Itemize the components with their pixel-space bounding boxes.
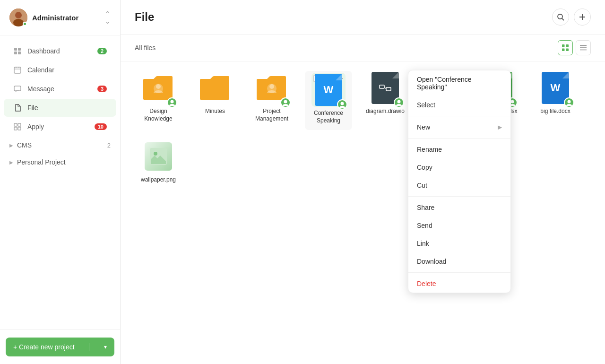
file-item[interactable]: wallpaper.png (135, 139, 182, 184)
apply-label: Apply (27, 123, 89, 130)
list-view-button[interactable] (576, 40, 591, 55)
header-actions (552, 9, 591, 26)
sidebar-item-dashboard[interactable]: Dashboard 2 (4, 42, 116, 60)
file-icon (368, 71, 402, 105)
ctx-cut-label: Cut (417, 182, 427, 189)
file-name: Design Knowledge (137, 108, 180, 122)
ctx-send[interactable]: Send (408, 217, 510, 234)
svg-rect-12 (14, 123, 17, 126)
cms-count: 2 (107, 142, 111, 149)
calendar-label: Calendar (27, 66, 107, 74)
svg-rect-35 (386, 87, 391, 91)
file-icon: W (538, 71, 572, 105)
main-content: File All files (121, 0, 605, 364)
file-owner-avatar (394, 97, 404, 108)
ctx-delete[interactable]: Delete (408, 275, 510, 293)
svg-point-2 (13, 19, 24, 26)
personal-project-label: Personal Project (17, 158, 66, 166)
file-icon (13, 104, 22, 112)
file-item[interactable]: W big file.docx (532, 71, 579, 130)
svg-rect-3 (14, 48, 17, 51)
create-btn-arrow-icon: ▾ (104, 344, 107, 350)
svg-rect-13 (18, 123, 21, 126)
ctx-select-label: Select (417, 101, 435, 109)
ctx-copy[interactable]: Copy (408, 158, 510, 176)
user-menu-toggle-icon[interactable]: ⌃⌄ (105, 10, 111, 25)
svg-point-31 (269, 84, 274, 89)
search-icon (557, 13, 564, 21)
file-item[interactable]: Project Management (248, 71, 295, 130)
ctx-new[interactable]: New ▶ (408, 118, 510, 136)
ctx-open[interactable]: Open "Conference Speaking" (408, 70, 510, 96)
calendar-icon (13, 66, 22, 74)
svg-rect-20 (562, 44, 565, 47)
cms-section-header[interactable]: ▶ CMS 2 (4, 138, 116, 153)
search-button[interactable] (552, 9, 569, 26)
file-item[interactable]: diagram.drawio (362, 71, 409, 130)
sidebar-nav: Dashboard 2 Calendar Message 3 File (0, 35, 120, 329)
breadcrumb-bar: All files (121, 35, 605, 61)
cms-expand-icon: ▶ (9, 143, 13, 148)
folder-icon (200, 75, 230, 101)
file-owner-avatar (564, 97, 574, 108)
svg-point-37 (398, 100, 401, 104)
ctx-delete-label: Delete (417, 280, 436, 287)
grid-view-button[interactable] (558, 40, 573, 55)
sidebar-item-calendar[interactable]: Calendar (4, 61, 116, 79)
file-item-conference[interactable]: ··· W Conference Speaking (305, 71, 352, 130)
svg-point-32 (284, 100, 287, 104)
svg-rect-15 (18, 127, 21, 130)
personal-project-header[interactable]: ▶ Personal Project (4, 155, 116, 170)
svg-line-17 (562, 18, 564, 20)
breadcrumb: All files (135, 44, 156, 52)
sidebar-item-apply[interactable]: Apply 10 (4, 118, 116, 136)
ctx-new-arrow-icon: ▶ (498, 124, 502, 130)
main-header: File (121, 0, 605, 35)
sidebar-item-file[interactable]: File (4, 99, 116, 117)
ctx-link[interactable]: Link (408, 234, 510, 252)
svg-rect-22 (562, 49, 565, 52)
file-icon (255, 71, 289, 105)
svg-rect-23 (566, 49, 569, 52)
ctx-open-label: Open "Conference Speaking" (417, 76, 502, 91)
ctx-new-label: New (417, 123, 430, 131)
file-item[interactable]: Design Knowledge (135, 71, 182, 130)
svg-rect-6 (18, 52, 21, 54)
sidebar-item-message[interactable]: Message 3 (4, 80, 116, 98)
folder-icon (257, 75, 287, 101)
context-menu: Open "Conference Speaking" Select New ▶ … (408, 70, 511, 293)
ctx-rename[interactable]: Rename (408, 140, 510, 158)
ctx-copy-label: Copy (417, 164, 432, 171)
svg-point-39 (511, 100, 514, 104)
ctx-download[interactable]: Download (408, 252, 510, 270)
message-badge: 3 (97, 86, 107, 92)
ctx-download-label: Download (417, 258, 446, 265)
ctx-select[interactable]: Select (408, 96, 510, 114)
online-indicator (23, 22, 27, 26)
ctx-share[interactable]: Share (408, 199, 510, 217)
svg-rect-7 (14, 67, 21, 73)
dashboard-label: Dashboard (27, 47, 92, 55)
svg-point-33 (341, 102, 344, 105)
personal-project-expand-icon: ▶ (9, 160, 13, 165)
file-item[interactable]: Minutes (191, 71, 239, 130)
create-new-project-button[interactable]: + Create new project ▾ (6, 338, 114, 356)
ctx-send-label: Send (417, 222, 432, 229)
personal-project-section: ▶ Personal Project (4, 155, 116, 170)
svg-point-29 (171, 100, 174, 104)
add-button[interactable] (574, 9, 591, 26)
cms-section: ▶ CMS 2 (4, 138, 116, 153)
add-icon (579, 13, 586, 21)
file-icon (198, 71, 232, 105)
sidebar-header: Administrator ⌃⌄ (0, 0, 120, 35)
sidebar-footer: + Create new project ▾ (0, 329, 120, 364)
file-name: Project Management (251, 108, 293, 122)
svg-rect-4 (18, 48, 21, 51)
dashboard-icon (13, 47, 22, 55)
ctx-cut[interactable]: Cut (408, 176, 510, 194)
grid-view-icon (562, 44, 569, 51)
user-profile[interactable]: Administrator (9, 9, 78, 26)
list-view-icon (580, 44, 587, 51)
folder-user-avatar (280, 97, 291, 108)
svg-point-16 (558, 14, 562, 19)
